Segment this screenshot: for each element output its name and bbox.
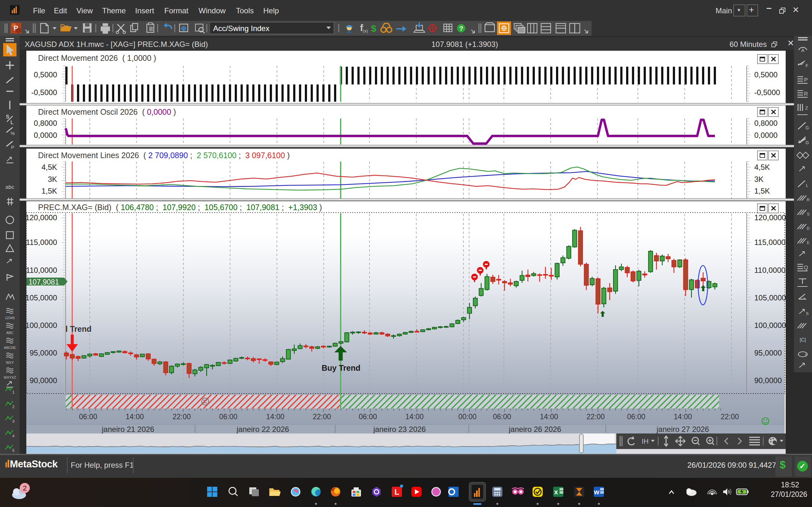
svg-text:S: S [806,311,809,316]
svg-text:WXY: WXY [6,360,14,364]
svg-text:$: $ [371,23,376,34]
svg-text:x: x [554,488,558,496]
svg-text:G: G [806,125,809,130]
svg-text:o: o [805,352,807,357]
svg-text:D: D [807,226,809,231]
svg-text:?: ? [459,25,463,32]
svg-text:Z: Z [805,105,808,111]
svg-text:F: F [806,63,809,68]
svg-text:S: S [807,212,810,216]
svg-text:P: P [804,77,808,83]
svg-text:G: G [806,140,809,145]
svg-text:1: 1 [12,390,14,395]
svg-text:R: R [807,198,809,202]
svg-text:|C|: |C| [800,337,806,343]
svg-text:4: 4 [12,434,14,438]
svg-text:P: P [14,24,18,32]
svg-text:R: R [804,91,808,97]
svg-text:E: E [807,240,810,245]
svg-text:Q: Q [804,265,808,271]
svg-text:IH: IH [642,437,649,445]
svg-text:5: 5 [12,448,14,453]
svg-text:2: 2 [12,404,14,409]
svg-text:(x): (x) [363,29,368,33]
svg-text:A: A [801,48,804,53]
svg-text:ABC: ABC [6,331,14,335]
svg-text:2: 2 [23,484,27,492]
svg-text:12345: 12345 [5,316,15,320]
svg-text:L: L [395,488,399,496]
svg-text:S: S [6,114,9,119]
svg-text:w: w [594,488,600,496]
svg-text:3: 3 [12,419,14,424]
svg-text:P: P [11,145,14,150]
svg-text:L: L [806,183,809,188]
